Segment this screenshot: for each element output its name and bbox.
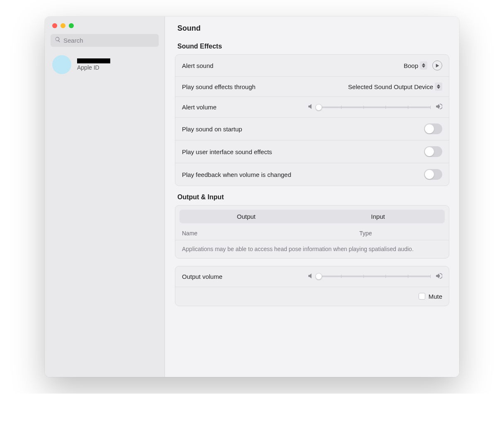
stepper-icon [420,61,427,70]
avatar [52,55,71,74]
output-volume-row: Output volume [175,266,449,287]
account-name-redacted [77,58,110,63]
zoom-window-button[interactable] [69,23,74,28]
table-header: Name Type [175,227,449,240]
tab-input[interactable]: Input [312,210,444,222]
sound-effects-panel: Alert sound Boop Play sound effect [175,54,449,186]
volume-feedback-label: Play feedback when volume is changed [182,171,291,178]
window-controls [45,17,165,32]
ui-sfx-label: Play user interface sound effects [182,148,272,155]
sidebar: Search Apple ID [45,17,165,377]
alert-sound-value: Boop [404,62,418,69]
close-window-button[interactable] [52,23,57,28]
main-content: Sound Sound Effects Alert sound Boop [165,17,459,377]
ui-sfx-toggle[interactable] [424,146,442,157]
minimize-window-button[interactable] [61,23,65,28]
output-volume-panel: Output volume Mute [175,266,449,306]
alert-sound-row: Alert sound Boop [175,55,449,77]
output-input-tabs: Output Input [179,210,445,223]
output-volume-slider[interactable] [319,276,431,277]
mute-row: Mute [175,287,449,306]
sidebar-nav [45,82,165,86]
search-input[interactable]: Search [51,34,159,47]
output-input-panel: Output Input Name Type Applications may … [175,205,449,259]
apple-id-label: Apple ID [77,64,110,71]
speaker-low-icon [307,103,315,111]
stepper-icon [435,82,442,91]
alert-sound-label: Alert sound [182,62,213,69]
mute-checkbox[interactable] [419,293,425,300]
page-title: Sound [177,24,449,33]
output-input-heading: Output & Input [177,193,449,201]
play-through-label: Play sound effects through [182,83,255,90]
speaker-low-icon [307,272,315,281]
alert-volume-label: Alert volume [182,104,216,111]
startup-sound-row: Play sound on startup [175,118,449,140]
search-icon [55,36,63,44]
alert-volume-row: Alert volume [175,97,449,118]
play-through-value: Selected Sound Output Device [348,83,433,90]
tab-output[interactable]: Output [180,210,312,222]
volume-feedback-row: Play feedback when volume is changed [175,163,449,186]
spatial-audio-note: Applications may be able to access head … [175,240,449,258]
play-through-select[interactable]: Selected Sound Output Device [348,82,442,91]
volume-feedback-toggle[interactable] [424,169,442,180]
ui-sfx-row: Play user interface sound effects [175,140,449,163]
col-type: Type [359,230,442,237]
alert-sound-select[interactable]: Boop [404,61,427,70]
speaker-high-icon [435,272,442,281]
mute-label: Mute [429,293,442,300]
preview-alert-button[interactable] [432,60,442,70]
search-placeholder: Search [63,37,83,44]
system-settings-window: Search Apple ID Sound Sound Effects Aler… [45,17,459,377]
speaker-high-icon [435,103,442,111]
devices-table: Name Type Applications may be able to ac… [175,227,449,258]
col-name: Name [182,230,359,237]
sound-effects-heading: Sound Effects [177,43,449,50]
apple-id-profile[interactable]: Apple ID [45,52,165,82]
alert-volume-slider[interactable] [319,106,431,108]
startup-sound-toggle[interactable] [424,123,442,134]
startup-sound-label: Play sound on startup [182,126,242,133]
output-volume-label: Output volume [182,273,223,280]
play-through-row: Play sound effects through Selected Soun… [175,77,449,97]
